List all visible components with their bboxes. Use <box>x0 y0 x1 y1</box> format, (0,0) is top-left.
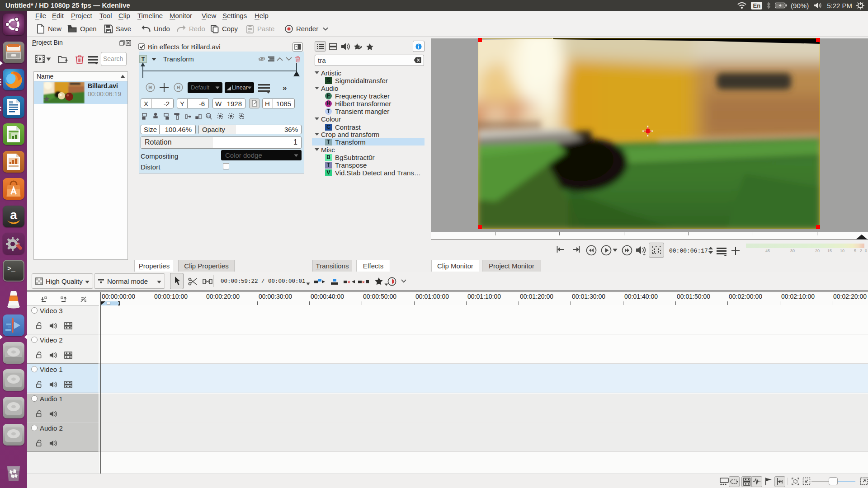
svg-text:1:1: 1:1 <box>207 114 210 117</box>
svg-text:×: × <box>362 280 365 285</box>
svg-text:×: × <box>348 280 350 285</box>
svg-text:>_: >_ <box>7 265 16 273</box>
svg-text:a: a <box>10 208 17 222</box>
